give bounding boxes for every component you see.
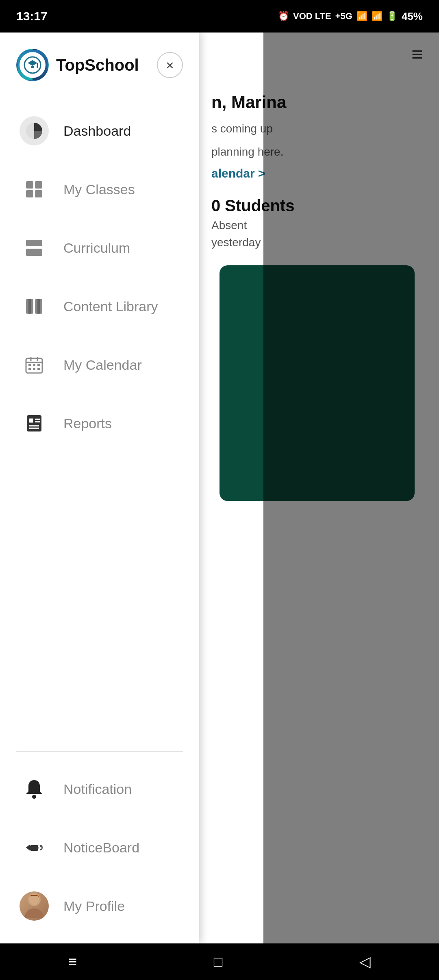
svg-rect-27 — [29, 418, 33, 423]
battery-icon: 🔋 — [387, 11, 398, 22]
curriculum-label: Curriculum — [63, 240, 130, 256]
svg-rect-15 — [37, 299, 40, 314]
nav-item-curriculum[interactable]: Curriculum — [0, 219, 199, 277]
logo-school: School — [85, 56, 139, 74]
svg-rect-23 — [28, 368, 31, 370]
nav-item-dashboard[interactable]: Dashboard — [0, 102, 199, 160]
signal2-icon: 📶 — [372, 11, 382, 22]
svg-rect-20 — [28, 364, 31, 366]
status-bar: 13:17 ⏰ VOD LTE +5G 📶 📶 🔋 45% — [0, 0, 439, 33]
app-container: ≡ n, Marina s coming up planning here. a… — [0, 33, 439, 943]
svg-rect-26 — [27, 415, 41, 431]
noticeboard-label: NoticeBoard — [63, 840, 139, 856]
noticeboard-icon — [24, 839, 44, 856]
content-library-icon — [25, 297, 43, 315]
content-library-label: Content Library — [63, 299, 158, 314]
logo-inner — [20, 52, 46, 78]
dashboard-icon — [24, 121, 44, 141]
nav-item-content-library[interactable]: Content Library — [0, 277, 199, 336]
system-nav: ≡ □ ◁ — [0, 943, 439, 980]
nav-items: Dashboard My Classes — [0, 93, 199, 747]
my-classes-icon-wrap — [20, 175, 49, 204]
sys-menu-button[interactable]: ≡ — [68, 953, 77, 970]
reports-icon-wrap — [20, 409, 49, 438]
nav-item-my-classes[interactable]: My Classes — [0, 160, 199, 219]
reports-label: Reports — [63, 416, 112, 431]
svg-rect-10 — [26, 240, 42, 246]
drawer-divider — [16, 751, 183, 752]
drawer-header: TopSchool × — [0, 33, 199, 93]
curriculum-icon — [25, 239, 43, 257]
network-label: VOD LTE — [293, 11, 331, 22]
nav-item-noticeboard[interactable]: NoticeBoard — [0, 818, 199, 877]
svg-rect-25 — [37, 368, 40, 370]
logo-area: TopSchool — [16, 49, 139, 81]
svg-rect-7 — [35, 181, 42, 189]
profile-avatar — [20, 891, 49, 921]
close-icon: × — [166, 57, 174, 73]
logo-text: TopSchool — [56, 56, 139, 74]
notification-label: Notification — [63, 781, 132, 797]
nav-item-reports[interactable]: Reports — [0, 394, 199, 453]
reports-icon — [25, 414, 43, 432]
my-profile-icon-wrap — [20, 891, 49, 921]
dashboard-label: Dashboard — [63, 123, 131, 139]
svg-rect-33 — [30, 845, 38, 851]
nav-item-my-calendar[interactable]: My Calendar — [0, 336, 199, 394]
svg-rect-9 — [35, 190, 42, 197]
nav-item-my-profile[interactable]: My Profile — [0, 877, 199, 935]
svg-point-32 — [32, 795, 36, 799]
sys-back-button[interactable]: ◁ — [359, 953, 371, 970]
svg-rect-21 — [33, 364, 35, 366]
svg-rect-2 — [31, 66, 34, 68]
grad-hat-icon — [24, 56, 41, 74]
sys-home-button[interactable]: □ — [214, 953, 223, 970]
notification-icon — [25, 779, 43, 799]
status-time: 13:17 — [16, 9, 48, 23]
svg-rect-22 — [37, 364, 40, 366]
avatar-svg — [22, 891, 46, 921]
my-classes-label: My Classes — [63, 182, 135, 197]
nav-item-notification[interactable]: Notification — [0, 760, 199, 818]
noticeboard-icon-wrap — [20, 833, 49, 862]
svg-point-36 — [38, 848, 40, 851]
my-calendar-icon-wrap — [20, 350, 49, 379]
my-classes-icon — [25, 180, 43, 198]
svg-rect-8 — [26, 190, 33, 197]
dashboard-icon-wrap — [20, 116, 49, 145]
logo-bold: Top — [56, 56, 85, 74]
svg-rect-14 — [28, 299, 31, 314]
bottom-items: Notification NoticeBoard — [0, 756, 199, 943]
svg-rect-24 — [33, 368, 35, 370]
notification-icon-wrap — [20, 774, 49, 804]
curriculum-icon-wrap — [20, 233, 49, 262]
5g-icon: +5G — [335, 11, 352, 22]
my-calendar-icon — [25, 356, 43, 374]
battery-percent: 45% — [402, 10, 423, 23]
svg-rect-6 — [26, 181, 33, 189]
svg-marker-1 — [28, 60, 37, 66]
svg-point-4 — [37, 66, 38, 68]
overlay-dark[interactable] — [263, 33, 439, 943]
alarm-icon: ⏰ — [278, 11, 289, 22]
signal-icon: 📶 — [356, 11, 367, 22]
status-icons: ⏰ VOD LTE +5G 📶 📶 🔋 45% — [278, 10, 423, 23]
side-drawer: TopSchool × Dashboard — [0, 33, 199, 943]
svg-rect-11 — [26, 249, 42, 256]
content-library-icon-wrap — [20, 292, 49, 321]
logo-circle — [16, 49, 49, 81]
close-button[interactable]: × — [157, 52, 183, 78]
my-profile-label: My Profile — [63, 898, 125, 914]
my-calendar-label: My Calendar — [63, 357, 142, 373]
